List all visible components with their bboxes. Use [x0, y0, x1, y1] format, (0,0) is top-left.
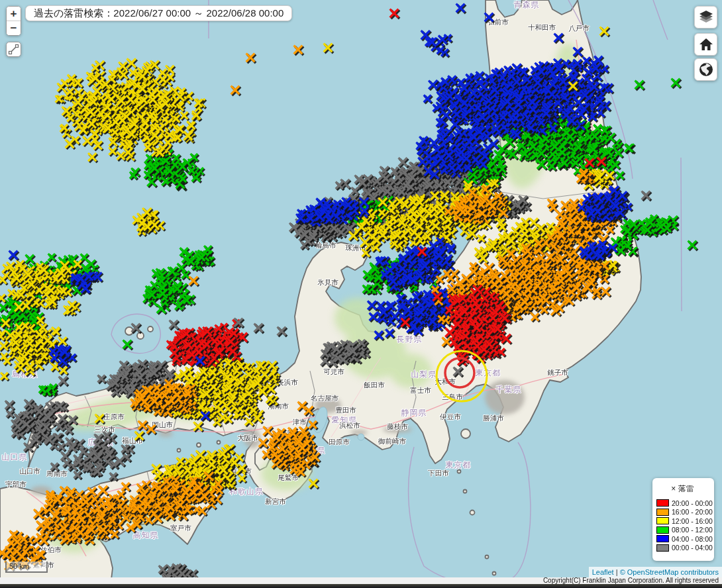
map[interactable]: 青森県弘前市十和田市八戸市久慈市八幡平市岩手県輪島市珠洲市氷見市長野県山梨県長浜… [0, 0, 722, 577]
zoom-out-button[interactable]: − [7, 21, 21, 35]
legend-swatch [656, 499, 669, 507]
legend-title: × 落雷 [656, 483, 709, 495]
legend-label: 08:00 - 12:00 [672, 526, 713, 534]
legend-swatch [656, 544, 669, 552]
scale-bar: 50 km [5, 562, 48, 573]
legend-swatch [656, 535, 669, 542]
layers-button[interactable] [694, 6, 717, 28]
legend-swatch [656, 526, 669, 534]
legend: × 落雷 20:00 - 00:0016:00 - 20:0012:00 - 1… [652, 478, 714, 561]
osm-link[interactable]: © OpenStreetMap contributors [620, 568, 719, 576]
legend-item: 16:00 - 20:00 [656, 508, 714, 517]
ruler-icon [8, 44, 19, 55]
legend-item: 04:00 - 08:00 [656, 534, 714, 544]
copyright-text: Copyright(C) Franklin Japan Corporation.… [543, 577, 719, 584]
title-bar: 過去の落雷検索：2022/06/27 00:00 ～ 2022/06/28 00… [25, 5, 292, 21]
legend-swatch [656, 509, 669, 516]
home-button[interactable] [694, 33, 717, 56]
legend-item: 08:00 - 12:00 [656, 526, 714, 535]
scale-label: 50 km [9, 562, 29, 570]
measure-button[interactable] [6, 42, 21, 57]
legend-item: 00:00 - 04:00 [656, 544, 714, 553]
legend-label: 00:00 - 04:00 [672, 544, 713, 552]
legend-item: 12:00 - 16:00 [656, 516, 714, 526]
leaflet-link[interactable]: Leaflet [592, 568, 614, 576]
lightning-markers-layer [0, 0, 722, 577]
legend-item: 20:00 - 00:00 [656, 499, 714, 508]
copyright-strip: Copyright(C) Franklin Japan Corporation.… [0, 577, 722, 584]
window-bottom-bar [0, 584, 722, 588]
legend-swatch [656, 517, 669, 524]
globe-button[interactable] [694, 58, 717, 81]
home-icon [699, 37, 713, 52]
layers-icon [698, 9, 714, 25]
legend-label: 20:00 - 00:00 [672, 499, 713, 507]
zoom-control: + − [6, 6, 21, 36]
legend-label: 12:00 - 16:00 [672, 517, 713, 525]
attribution: Leaflet | © OpenStreetMap contributors [589, 567, 722, 577]
globe-icon [698, 62, 714, 77]
attribution-separator: | [614, 568, 620, 576]
zoom-in-button[interactable]: + [7, 7, 21, 21]
legend-label: 16:00 - 20:00 [672, 508, 713, 516]
legend-rows: 20:00 - 00:0016:00 - 20:0012:00 - 16:000… [656, 499, 714, 552]
legend-label: 04:00 - 08:00 [672, 535, 713, 543]
title-text: 過去の落雷検索：2022/06/27 00:00 ～ 2022/06/28 00… [34, 7, 284, 19]
